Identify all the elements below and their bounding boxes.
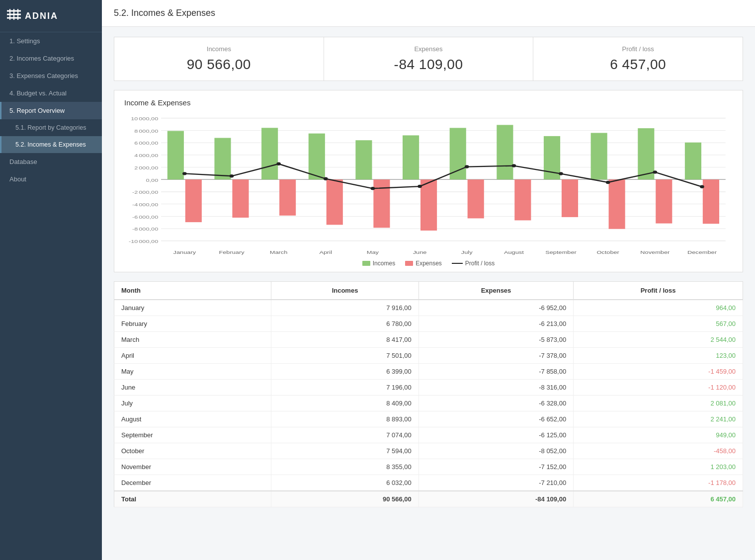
cell-profit: 964,00 [574, 300, 743, 316]
cell-profit: 2 081,00 [574, 396, 743, 411]
svg-rect-35 [261, 128, 278, 179]
svg-rect-45 [420, 179, 437, 231]
cell-profit: 2 241,00 [574, 411, 743, 427]
svg-point-68 [324, 177, 328, 180]
svg-rect-33 [232, 179, 249, 218]
incomes-summary-box: Incomes 90 566,00 [114, 37, 324, 80]
table-row: December 6 032,00 -7 210,00 -1 178,00 [114, 475, 743, 491]
profit-value: 6 457,00 [543, 57, 733, 73]
svg-text:May: May [367, 249, 379, 254]
cell-incomes: 6 032,00 [271, 475, 419, 491]
svg-text:April: April [319, 249, 332, 254]
table-row: August 8 893,00 -6 652,00 2 241,00 [114, 411, 743, 427]
sidebar: ADNIA 1. Settings2. Incomes Categories3.… [0, 0, 102, 560]
table-row: September 7 074,00 -6 125,00 949,00 [114, 427, 743, 443]
svg-text:October: October [596, 249, 619, 254]
legend-expenses-color [405, 261, 413, 266]
cell-expenses: -8 316,00 [419, 380, 573, 396]
svg-rect-50 [497, 125, 513, 179]
content-area: Incomes 90 566,00 Expenses -84 109,00 Pr… [102, 27, 755, 517]
page-title: 5.2. Incomes & Expenses [102, 0, 755, 27]
cell-incomes: 8 893,00 [271, 411, 419, 427]
svg-text:-6 000,00: -6 000,00 [132, 214, 158, 219]
profit-label: Profit / loss [543, 45, 733, 53]
table-row: October 7 594,00 -8 052,00 -458,00 [114, 443, 743, 459]
main-content: 5.2. Incomes & Expenses Incomes 90 566,0… [102, 0, 755, 560]
svg-point-73 [559, 172, 563, 175]
cell-profit: 1 203,00 [574, 459, 743, 475]
col-expenses: Expenses [419, 282, 573, 300]
svg-rect-32 [214, 138, 231, 180]
cell-incomes: 6 399,00 [271, 364, 419, 380]
cell-total-month: Total [114, 491, 271, 507]
svg-point-69 [371, 187, 375, 190]
cell-profit: -1 459,00 [574, 364, 743, 380]
svg-point-75 [653, 170, 658, 173]
cell-month: September [114, 427, 271, 443]
svg-text:-2 000,00: -2 000,00 [132, 190, 158, 195]
svg-text:December: December [687, 249, 717, 254]
table-header-row: Month Incomes Expenses Profit / loss [114, 282, 743, 300]
table-row: January 7 916,00 -6 952,00 964,00 [114, 300, 743, 316]
svg-rect-42 [373, 179, 390, 228]
col-month: Month [114, 282, 271, 300]
svg-text:6 000,00: 6 000,00 [134, 141, 158, 146]
chart-container: Income & Expenses 10 000,008 000,006 000… [114, 90, 743, 272]
sidebar-item-incomes-categories[interactable]: 2. Incomes Categories [0, 50, 102, 67]
svg-text:August: August [504, 249, 524, 254]
svg-point-71 [465, 165, 469, 168]
svg-rect-54 [562, 179, 578, 217]
cell-incomes: 7 196,00 [271, 380, 419, 396]
legend-expenses: Expenses [405, 260, 442, 267]
legend-profit-line [452, 263, 463, 264]
cell-incomes: 8 409,00 [271, 396, 419, 411]
cell-expenses: -7 858,00 [419, 364, 573, 380]
logo-icon [7, 9, 21, 23]
sidebar-item-settings[interactable]: 1. Settings [0, 32, 102, 50]
logo-area: ADNIA [0, 0, 102, 32]
incomes-label: Incomes [124, 45, 314, 53]
cell-month: February [114, 316, 271, 332]
incomes-value: 90 566,00 [124, 57, 314, 73]
svg-rect-39 [327, 179, 343, 225]
cell-expenses: -7 378,00 [419, 348, 573, 364]
svg-rect-48 [468, 179, 484, 218]
cell-month: November [114, 459, 271, 475]
svg-text:March: March [270, 249, 288, 254]
chart-title: Income & Expenses [124, 98, 733, 107]
cell-month: June [114, 380, 271, 396]
svg-rect-63 [703, 179, 719, 224]
svg-text:November: November [640, 249, 670, 254]
cell-incomes: 8 355,00 [271, 459, 419, 475]
sidebar-item-incomes-expenses[interactable]: 5.2. Incomes & Expenses [0, 136, 102, 153]
svg-point-65 [182, 172, 187, 175]
sidebar-item-expenses-categories[interactable]: 3. Expenses Categories [0, 67, 102, 84]
sidebar-item-database[interactable]: Database [0, 153, 102, 170]
sidebar-item-report-by-categories[interactable]: 5.1. Report by Categories [0, 119, 102, 136]
cell-expenses: -8 052,00 [419, 443, 573, 459]
legend-incomes: Incomes [362, 260, 395, 267]
svg-rect-62 [685, 143, 701, 180]
legend-expenses-label: Expenses [416, 260, 442, 267]
summary-row: Incomes 90 566,00 Expenses -84 109,00 Pr… [114, 37, 743, 81]
cell-incomes: 7 074,00 [271, 427, 419, 443]
cell-month: October [114, 443, 271, 459]
svg-rect-56 [591, 133, 607, 179]
table-row: March 8 417,00 -5 873,00 2 544,00 [114, 332, 743, 348]
expenses-summary-box: Expenses -84 109,00 [324, 37, 534, 80]
svg-text:0,00: 0,00 [146, 177, 158, 182]
cell-month: August [114, 411, 271, 427]
sidebar-item-about[interactable]: About [0, 170, 102, 188]
cell-profit: -1 178,00 [574, 475, 743, 491]
svg-rect-47 [450, 128, 466, 179]
svg-point-66 [230, 174, 234, 177]
nav-list: 1. Settings2. Incomes Categories3. Expen… [0, 32, 102, 188]
sidebar-item-report-overview[interactable]: 5. Report Overview [0, 102, 102, 119]
sidebar-item-budget-vs-actual[interactable]: 4. Budget vs. Actual [0, 84, 102, 102]
svg-point-76 [700, 185, 704, 188]
svg-rect-60 [656, 179, 672, 223]
svg-rect-36 [279, 179, 296, 216]
logo-text: ADNIA [25, 11, 58, 21]
svg-text:January: January [173, 249, 196, 254]
svg-rect-29 [168, 131, 184, 179]
